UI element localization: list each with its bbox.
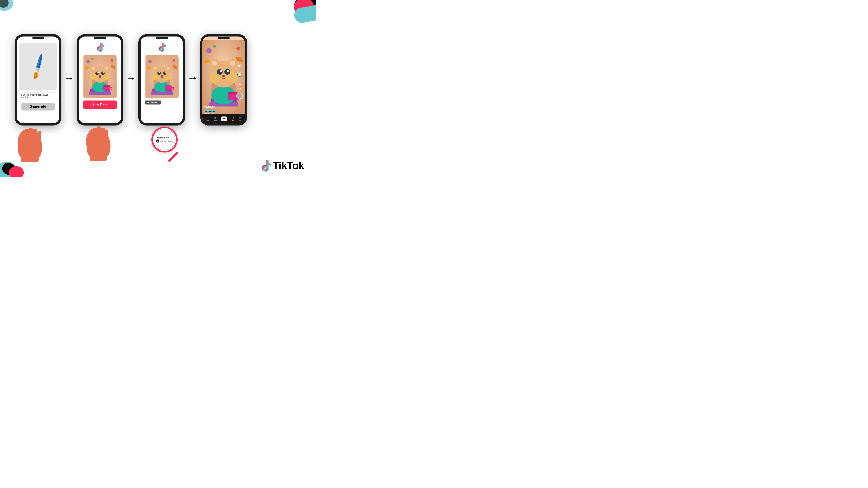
svg-point-10	[111, 59, 113, 62]
svg-point-41	[173, 59, 175, 62]
ai-badge: AI-generated	[204, 110, 216, 112]
right-actions: ♥ 💬 ➤ 102	[236, 62, 243, 99]
nav-plus-button[interactable]: +	[221, 117, 227, 121]
corner-bottom-left	[0, 153, 33, 177]
phone-notch-1	[32, 37, 44, 39]
arrow-1: →	[64, 71, 74, 101]
phone-screen-3: Uploading...	[141, 36, 183, 123]
tiktok-text: TikTok	[273, 160, 304, 171]
phone-3: Uploading...	[138, 34, 185, 125]
paintbrush-icon: 🖌️	[24, 53, 52, 79]
nav-home[interactable]: ⌂ Home	[206, 116, 209, 121]
username-label: Username	[204, 106, 235, 108]
svg-point-40	[148, 60, 152, 63]
svg-point-82	[227, 70, 229, 72]
post-star-icon: ✳	[92, 103, 95, 106]
magnifier-glass: generated with AI cc content credentials	[152, 126, 178, 153]
svg-point-62	[206, 48, 212, 53]
phone-notch-2	[94, 37, 106, 39]
bottom-overlay: Username AI-generated ♪ Music · Artist	[204, 106, 235, 115]
post-button[interactable]: ✳ ✳ Post	[83, 100, 117, 109]
svg-point-53	[159, 72, 160, 73]
svg-point-21	[95, 71, 99, 75]
svg-point-9	[86, 60, 90, 63]
generated-with-ai-text: generated with AI	[157, 136, 172, 138]
nav-me[interactable]: 👤 Me	[239, 117, 242, 121]
svg-point-24	[103, 72, 104, 73]
content-credentials: cc content credentials	[156, 139, 173, 142]
svg-point-55	[161, 75, 163, 76]
svg-point-52	[163, 71, 166, 75]
phone-notch-3	[156, 37, 168, 39]
phone-screen-4: ♥ 💬 ➤ 102 Username	[203, 36, 245, 123]
corner-top-left	[0, 0, 22, 13]
svg-point-66	[213, 45, 216, 48]
hamster-image-card-3	[145, 55, 179, 98]
svg-rect-60	[165, 85, 172, 91]
svg-point-27	[92, 67, 95, 70]
hamster-image-card-2	[83, 55, 117, 98]
svg-point-51	[157, 71, 161, 75]
arrow-2: →	[125, 71, 136, 101]
phone-1: 🖌️ hamster drinking coffee and reading G…	[15, 34, 61, 125]
svg-point-25	[99, 75, 101, 76]
comment-button[interactable]: 💬	[236, 72, 243, 78]
svg-rect-38	[90, 147, 107, 161]
svg-point-54	[165, 72, 166, 73]
phone-wrapper-3: Uploading... generated with AI cc conten…	[138, 34, 185, 125]
svg-point-63	[236, 46, 240, 50]
share-count: 102	[238, 88, 241, 89]
svg-rect-31	[103, 85, 110, 87]
like-button[interactable]: ♥	[236, 62, 243, 69]
uploading-label: Uploading...	[145, 100, 161, 104]
post-label: ✳ Post	[96, 103, 107, 107]
prompt-input[interactable]: hamster drinking coffee and reading	[19, 92, 57, 100]
svg-point-78	[230, 61, 235, 66]
tiktok-logo: TikTok	[260, 160, 304, 171]
phone-screen-1: 🖌️ hamster drinking coffee and reading G…	[17, 36, 59, 123]
svg-point-59	[167, 67, 170, 70]
phone-2: ✳ ✳ Post	[76, 34, 123, 125]
svg-point-13	[91, 58, 94, 60]
nav-inbox[interactable]: ✉ Inbox	[231, 117, 234, 121]
hand-pointer-1	[10, 123, 50, 158]
svg-point-23	[97, 72, 98, 73]
hand-pointer-2	[79, 122, 118, 157]
nav-friends[interactable]: 👥 Friends	[213, 117, 217, 121]
svg-point-22	[101, 71, 104, 75]
phone-wrapper-1: 🖌️ hamster drinking coffee and reading G…	[15, 34, 61, 125]
svg-point-57	[154, 67, 157, 70]
magnifier-container: generated with AI cc content credentials	[152, 126, 178, 163]
svg-point-29	[105, 67, 108, 70]
svg-point-76	[212, 61, 217, 66]
main-flow: 🖌️ hamster drinking coffee and reading G…	[15, 34, 301, 138]
generate-button[interactable]: Generate	[21, 103, 55, 110]
svg-point-81	[220, 70, 222, 72]
arrow-3: →	[187, 71, 198, 101]
tiktok-icon-phone2	[96, 42, 104, 52]
ai-canvas: 🖌️	[19, 43, 57, 90]
phone-wrapper-4: ♥ 💬 ➤ 102 Username	[200, 34, 247, 125]
svg-point-80	[224, 69, 230, 75]
phone-screen-2: ✳ ✳ Post	[79, 36, 121, 123]
phone-4: ♥ 💬 ➤ 102 Username	[200, 34, 247, 125]
share-button[interactable]: ➤ 102	[236, 81, 243, 89]
phone-wrapper-2: ✳ ✳ Post	[76, 34, 123, 125]
magnifier-handle	[168, 152, 178, 162]
svg-point-83	[222, 75, 225, 77]
bottom-nav: ⌂ Home 👥 Friends + ✉ Inbox 👤 Me	[203, 114, 245, 123]
svg-point-79	[217, 69, 223, 75]
tiktok-icon-phone3	[158, 42, 166, 52]
phone-notch-4	[218, 37, 229, 39]
record-avatar	[236, 93, 243, 99]
